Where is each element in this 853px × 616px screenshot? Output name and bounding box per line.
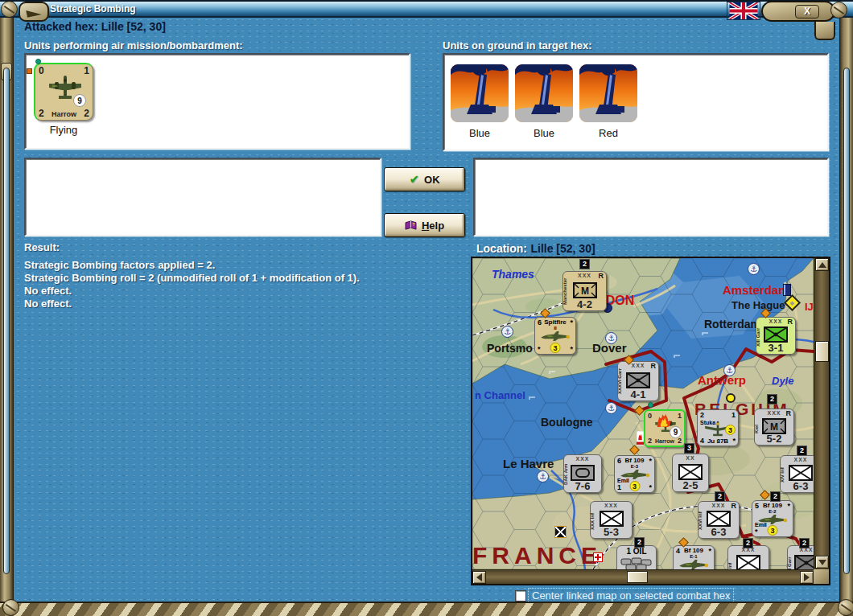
location-line: Location: Lille [52, 30] (476, 241, 595, 256)
stack-badge: 2 (797, 446, 807, 456)
svg-text:M: M (770, 421, 778, 433)
unit-counter-bf109e2[interactable]: 5 Bf 109 * E-2 Emil * 3 (752, 500, 793, 537)
unit-counter-bf109e3[interactable]: 6 Bf 109 * E-3 Emil 1 3 * (614, 455, 655, 493)
unit-counter-garr31[interactable]: XXX R XIII Garr 3-1 (756, 317, 796, 355)
unit-counter-harrow-map[interactable]: 0 1 9 2 Harrow 2 (644, 409, 686, 447)
center-map-checkbox[interactable] (515, 590, 526, 602)
unit-counter-spitfire[interactable]: 6 Spitfire * II * 3 * (534, 317, 576, 355)
map-viewport[interactable]: Thames LONDON Amsterdam The Hague IJ Rot… (472, 258, 814, 569)
factory-unit-icon[interactable] (579, 64, 637, 122)
scroll-down-button[interactable] (815, 556, 829, 569)
air-model: II (535, 326, 575, 331)
map-label-rotterdam: Rotterdam (704, 318, 760, 331)
unit-strength: 4-1 (618, 388, 658, 400)
unit-counter-kiel[interactable]: XXX R Kiel M 5-2 (754, 409, 794, 446)
garrison-symbol (794, 555, 814, 569)
unit-counter-infbottom[interactable]: XXX Inf (727, 545, 769, 569)
air-badge: 3 (725, 425, 736, 435)
ground-units-label: Units on ground in target hex: (443, 39, 592, 51)
unit-reserve-flag: R (786, 409, 792, 417)
unit-echelon: XX (673, 455, 708, 461)
horizontal-scroll-thumb[interactable] (627, 571, 648, 583)
unit-counter-stuka[interactable]: 2 1 Stuka 3 4 Ju 87B * (697, 409, 739, 446)
stack-badge: 2 (634, 537, 645, 548)
scroll-up-button[interactable] (815, 258, 829, 271)
help-book-icon: ? (405, 220, 417, 231)
map-label-dyle: Dyle (772, 375, 793, 387)
triangle-icon (26, 7, 41, 18)
air-star: * (538, 345, 541, 353)
check-icon: ✔ (409, 172, 419, 187)
factory-unit-icon[interactable] (451, 64, 509, 122)
unit-counter-garrbottom[interactable]: XXX VII Garr (787, 545, 814, 569)
unit-status-caption: Flying (34, 124, 93, 136)
unit-step-br: 2 (84, 108, 89, 119)
close-button-capsule: X (761, 1, 835, 22)
result-label: Result: (24, 241, 60, 253)
anchor-icon: ⚓ (748, 263, 760, 275)
ok-button-label: OK (424, 174, 440, 186)
fighter-plane-icon (678, 560, 709, 569)
factory-unit-icon[interactable] (515, 64, 573, 122)
factory-label: Blue (515, 127, 573, 139)
resource-icon (554, 526, 567, 538)
map-horizontal-scrollbar[interactable] (472, 569, 814, 584)
air-nickname: Emil (755, 522, 767, 528)
help-button[interactable]: ? Help (384, 213, 465, 237)
window-menu-button[interactable] (19, 2, 49, 22)
unit-strength: 5-3 (591, 526, 632, 538)
anchor-icon: ⚓ (723, 364, 736, 376)
wave-mark (674, 355, 680, 358)
air-star: * (649, 483, 652, 491)
hit-marker-icon (637, 431, 644, 449)
linked-map[interactable]: Thames LONDON Amsterdam The Hague IJ Rot… (471, 257, 830, 585)
unit-counter-bf109e1[interactable]: 4 Bf 109 * E-1 (673, 545, 715, 569)
frame-bottom (0, 602, 853, 616)
infantry-symbol (600, 511, 624, 527)
unit-counter-inf53[interactable]: XXX XXX Inf 5-3 (590, 501, 633, 539)
unit-counter-oil[interactable]: 1 OIL (616, 545, 657, 569)
ok-button[interactable]: ✔ OK (384, 167, 465, 191)
unit-counter-xx25[interactable]: XX 2-5 (672, 454, 709, 492)
stack-badge: 2 (715, 491, 725, 502)
unit-strength: 3-1 (756, 342, 795, 354)
map-vertical-scrollbar[interactable] (814, 258, 829, 569)
unit-counter-harrow[interactable]: 0 1 9 2 Harrow 2 (34, 63, 93, 121)
redcross-icon (593, 552, 603, 562)
svg-text:?: ? (412, 222, 415, 227)
unit-step-tl: 0 (648, 412, 652, 420)
unit-counter-garr41[interactable]: XXX R XXXVI Garr 4-1 (617, 361, 659, 401)
vertical-scroll-thumb[interactable] (815, 341, 829, 362)
unit-strength: 7-6 (564, 480, 601, 492)
unit-counter-inf63xiv[interactable]: XXX XIV Inf 6-3 (780, 455, 814, 493)
frame-gloss-bar (843, 68, 850, 574)
garrison-symbol (626, 372, 650, 388)
map-label-amsterdam: Amsterdam (723, 283, 789, 297)
scroll-left-button[interactable] (472, 571, 486, 584)
unit-counter-manchester[interactable]: XXX R Manchester M 4-2 (562, 271, 607, 311)
frame-left (0, 18, 14, 602)
infantry-symbol (789, 465, 813, 481)
help-button-label: Help (422, 220, 444, 232)
infantry-symbol (736, 555, 760, 569)
scroll-right-button[interactable] (800, 571, 814, 584)
city-unit-symbol: M (762, 418, 786, 434)
unit-reserve-flag: R (651, 362, 657, 370)
infantry-symbol (678, 464, 703, 480)
unit-counter-dak[interactable]: XXX DAK Arm 7-6 (563, 454, 602, 493)
unit-name: Inf (727, 549, 735, 569)
map-label-hague: The Hague (731, 299, 785, 311)
unit-counter-inf63xxvi[interactable]: XXX R XXVI Inf 6-3 (698, 501, 740, 539)
oil-count: 1 (626, 547, 631, 556)
air-step: 1 (731, 411, 736, 419)
close-icon[interactable]: X (795, 5, 819, 18)
stack-badge: 2 (799, 538, 810, 548)
air-star: * (570, 345, 573, 353)
oil-name: OIL (633, 547, 647, 556)
map-label-ij: IJ (805, 301, 814, 313)
unit-strength: 4-2 (563, 298, 606, 310)
infantry-symbol (707, 511, 731, 527)
rivet-icon (1, 1, 18, 18)
stack-badge: 3 (684, 443, 694, 454)
attacked-hex-label: Attacked hex: (24, 20, 98, 33)
